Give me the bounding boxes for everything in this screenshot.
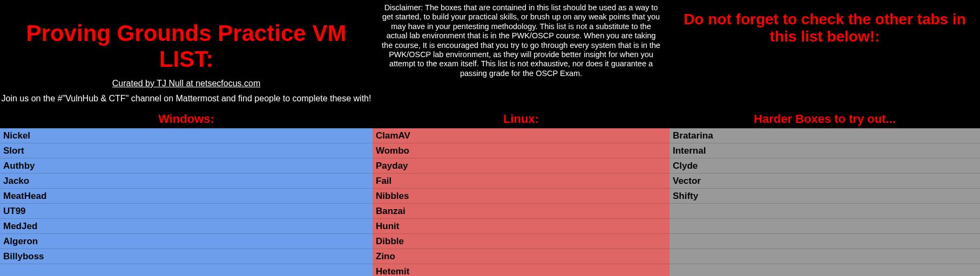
join-us-text: Join us on the #"VulnHub & CTF" channel … bbox=[0, 92, 373, 106]
top-section: Proving Grounds Practice VM LIST: Curate… bbox=[0, 0, 980, 110]
list-item: ClamAV bbox=[373, 128, 670, 143]
lists-row: Nickel Slort Authby Jacko MeatHead UT99 … bbox=[0, 128, 980, 276]
windows-column: Nickel Slort Authby Jacko MeatHead UT99 … bbox=[0, 128, 373, 276]
list-item: Hetemit bbox=[373, 264, 670, 276]
list-item: Banzai bbox=[373, 204, 670, 219]
disclaimer-text: Disclaimer: The boxes that are contained… bbox=[373, 0, 670, 110]
curated-by: Curated by TJ Null at netsecfocus.com bbox=[0, 78, 373, 92]
list-item: MeatHead bbox=[0, 189, 373, 204]
harder-column: Bratarina Internal Clyde Vector Shifty bbox=[670, 128, 980, 276]
reminder-text: Do not forget to check the other tabs in… bbox=[674, 11, 976, 45]
list-item: Zino bbox=[373, 249, 670, 264]
list-item: Clyde bbox=[670, 158, 980, 174]
list-item bbox=[670, 219, 980, 234]
column-headers: Windows: Linux: Harder Boxes to try out.… bbox=[0, 110, 980, 128]
linux-column: ClamAV Wombo Payday Fail Nibbles Banzai … bbox=[373, 128, 670, 276]
list-item: Dibble bbox=[373, 234, 670, 249]
list-item: Wombo bbox=[373, 143, 670, 158]
list-item bbox=[670, 204, 980, 219]
reminder-block: Do not forget to check the other tabs in… bbox=[670, 0, 980, 110]
list-item: Jacko bbox=[0, 174, 373, 189]
list-item: Vector bbox=[670, 174, 980, 189]
list-item: Bratarina bbox=[670, 128, 980, 143]
header-windows: Windows: bbox=[0, 110, 373, 128]
title-block: Proving Grounds Practice VM LIST: Curate… bbox=[0, 0, 373, 110]
list-item: UT99 bbox=[0, 204, 373, 219]
list-item: Slort bbox=[0, 143, 373, 158]
list-item: Authby bbox=[0, 158, 373, 174]
list-item: MedJed bbox=[0, 219, 373, 234]
list-item: Algeron bbox=[0, 234, 373, 249]
list-item: Hunit bbox=[373, 219, 670, 234]
header-harder: Harder Boxes to try out... bbox=[670, 110, 980, 128]
header-linux: Linux: bbox=[373, 110, 670, 128]
list-item bbox=[670, 234, 980, 249]
page-title: Proving Grounds Practice VM LIST: bbox=[0, 5, 373, 78]
list-item: Nickel bbox=[0, 128, 373, 143]
list-item bbox=[670, 264, 980, 276]
list-item: Payday bbox=[373, 158, 670, 174]
list-item bbox=[0, 264, 373, 276]
list-item bbox=[670, 249, 980, 264]
list-item: Billyboss bbox=[0, 249, 373, 264]
list-item: Shifty bbox=[670, 189, 980, 204]
list-item: Internal bbox=[670, 143, 980, 158]
list-item: Fail bbox=[373, 174, 670, 189]
list-item: Nibbles bbox=[373, 189, 670, 204]
